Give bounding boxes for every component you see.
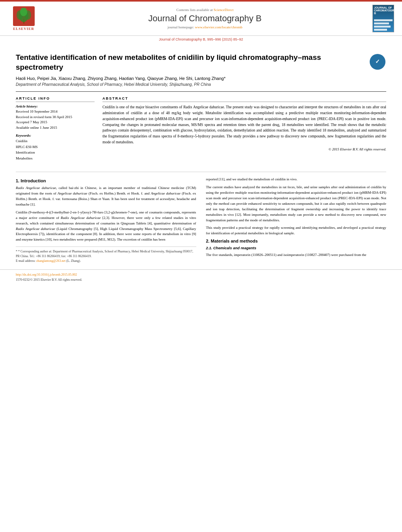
elsevier-label: ELSEVIER xyxy=(13,27,34,31)
sciencedirect-link[interactable]: ScienceDirect xyxy=(214,8,233,12)
doi-link[interactable]: http://dx.doi.org/10.1016/j.jchromb.2015… xyxy=(16,273,386,276)
intro-right-para1: reported [11], and we studied the metabo… xyxy=(206,177,387,182)
article-title-text: Tentative identification of new metaboli… xyxy=(16,53,365,87)
journal-cover: JOURNAL OFCHROMATOGRAPHY B xyxy=(370,5,394,32)
angelicae-italic-1: Angelicae dahuricae xyxy=(58,191,87,195)
footnote-area: * * Corresponding author at: Department … xyxy=(16,247,196,263)
elsevier-logo: ELSEVIER xyxy=(8,6,39,31)
article-citation: Journal of Chromatography B, 995–996 (20… xyxy=(0,36,402,43)
email-link[interactable]: zhanglantong@263.net xyxy=(36,259,65,263)
section2-sub-heading: 2.1. Chemicals and reagents xyxy=(206,246,387,250)
angelicae-italic-2: Angelicae dahuricae xyxy=(151,191,181,195)
history-label: Article history: xyxy=(16,104,95,108)
journal-homepage-link[interactable]: www.elsevier.com/locate/chromb xyxy=(195,25,242,29)
abstract-text: Cnidilin is one of the major bioactive c… xyxy=(102,104,386,145)
radix-italic-1: Radix Angelicae dahuricae xyxy=(16,186,56,190)
footnote-email: E-mail address: zhanglantong@263.net (L.… xyxy=(16,259,196,263)
article-affiliation: Department of Pharmaceutical Analysis, S… xyxy=(16,82,365,87)
available-date: Available online 1 June 2015 xyxy=(16,125,95,131)
abstract-copyright: © 2015 Elsevier B.V. All rights reserved… xyxy=(102,147,386,151)
email-suffix: (L. Zhang). xyxy=(66,259,81,263)
revised-date: Received in revised form 30 April 2015 xyxy=(16,115,95,120)
cover-image: JOURNAL OFCHROMATOGRAPHY B xyxy=(372,5,394,32)
intro-right-para2: The current studies have analyzed the me… xyxy=(206,185,387,223)
article-history: Article history: Received 10 September 2… xyxy=(16,104,95,130)
footnote-star: * * Corresponding author at: Department … xyxy=(16,249,196,259)
keyword-1: Cnidilin xyxy=(16,138,95,144)
left-column: ARTICLE INFO Article history: Received 1… xyxy=(16,96,95,167)
body-two-columns: 1. Introduction Radix Angelicae dahurica… xyxy=(16,177,386,263)
sciencedirect-line: Contents lists available at ScienceDirec… xyxy=(39,8,370,12)
keywords-label: Keywords: xyxy=(16,133,95,137)
intro-right-para3: This study provided a practical strategy… xyxy=(206,225,387,236)
radix-italic-2: Radix Angelicae dahuricae xyxy=(61,216,101,220)
article-main-title: Tentative identification of new metaboli… xyxy=(16,53,365,72)
page-wrapper: ELSEVIER Contents lists available at Sci… xyxy=(0,0,402,532)
page-footer: http://dx.doi.org/10.1016/j.jchromb.2015… xyxy=(0,269,402,285)
journal-homepage-line: journal homepage: www.elsevier.com/locat… xyxy=(39,25,370,29)
intro-para2: Cnidilin (9-methoxy-4-((3-methylbut-2-en… xyxy=(16,210,196,243)
intro-heading: 1. Introduction xyxy=(16,178,196,183)
section-divider xyxy=(16,172,386,172)
abstract-section: ABSTRACT Cnidilin is one of the major bi… xyxy=(102,96,386,151)
article-title-section: Tentative identification of new metaboli… xyxy=(16,49,386,92)
cover-lines xyxy=(374,19,393,31)
article-info-label: ARTICLE INFO xyxy=(16,96,95,102)
keyword-3: Identification xyxy=(16,150,95,155)
journal-header: ELSEVIER Contents lists available at Sci… xyxy=(0,2,402,36)
abstract-label: ABSTRACT xyxy=(102,96,386,102)
svg-point-5 xyxy=(20,8,27,16)
main-content: Tentative identification of new metaboli… xyxy=(0,43,402,269)
radix-italic-3: Radix Angelicae dahuricae xyxy=(16,227,55,231)
footer-copyright: 1570-0232/© 2015 Elsevier B.V. All right… xyxy=(16,278,386,282)
article-info-box: ARTICLE INFO Article history: Received 1… xyxy=(16,96,95,161)
keyword-2: HPLC-ESI-MS xyxy=(16,144,95,150)
right-column: ABSTRACT Cnidilin is one of the major bi… xyxy=(102,96,386,167)
crossmark-logo: ✓ xyxy=(368,53,386,70)
journal-center: Contents lists available at ScienceDirec… xyxy=(39,8,370,29)
crossmark-circle: ✓ xyxy=(370,54,385,70)
body-left-column: 1. Introduction Radix Angelicae dahurica… xyxy=(16,177,196,263)
article-authors: Haoli Huo, Peipei Jia, Xiaoxu Zhang, Zhi… xyxy=(16,76,365,81)
section2-heading: 2. Materials and methods xyxy=(206,239,387,243)
elsevier-tree-icon xyxy=(13,6,35,26)
journal-title-header: Journal of Chromatography B xyxy=(39,13,370,24)
intro-para1: Radix Angelicae dahuricae, called bai-zh… xyxy=(16,185,196,208)
crossmark-symbol: ✓ xyxy=(375,58,380,65)
article-info-abstract: ARTICLE INFO Article history: Received 1… xyxy=(16,96,386,167)
body-right-column: reported [11], and we studied the metabo… xyxy=(206,177,387,263)
section2-para1: The five standards, imperatorin (110826–… xyxy=(206,252,387,258)
keywords-section: Keywords: Cnidilin HPLC-ESI-MS Identific… xyxy=(16,133,95,161)
accepted-date: Accepted 7 May 2015 xyxy=(16,120,95,125)
received-date: Received 10 September 2014 xyxy=(16,109,95,115)
email-label: E-mail address: xyxy=(16,259,35,263)
footer-links: http://dx.doi.org/10.1016/j.jchromb.2015… xyxy=(16,273,386,282)
keyword-4: Metabolites xyxy=(16,156,95,161)
